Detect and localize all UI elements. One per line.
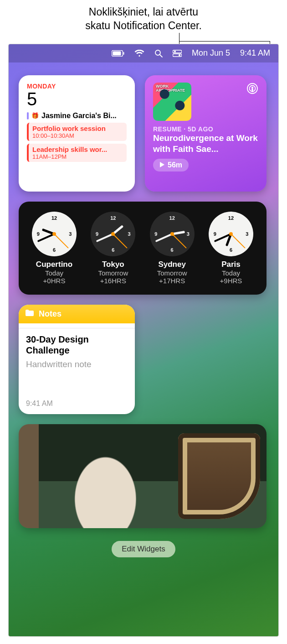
clock-offset: +9HRS (205, 277, 257, 285)
svg-rect-2 (123, 52, 124, 55)
svg-point-8 (179, 54, 180, 56)
svg-point-11 (251, 87, 253, 88)
svg-rect-1 (113, 51, 121, 55)
podcast-play-button[interactable]: 56m (153, 159, 189, 171)
svg-point-6 (174, 51, 176, 52)
menubar-time[interactable]: 9:41 AM (240, 48, 270, 58)
podcasts-app-icon (246, 83, 258, 96)
calendar-event-0[interactable]: Portfolio work session 10:00–10:30AM (27, 123, 127, 141)
birthday-name: Jasmine Garcia's Bi... (41, 112, 117, 120)
control-center-icon[interactable] (173, 50, 182, 57)
calendar-event-time: 10:00–10:30AM (32, 132, 123, 139)
podcast-artwork-label: WORK APPROPRIATE (156, 84, 191, 93)
clock-city-name: Cupertino (28, 260, 81, 269)
clock-face: 12369 (91, 212, 135, 256)
notes-folder-icon (25, 309, 34, 319)
edit-widgets-button[interactable]: Edit Widgets (112, 541, 175, 557)
annotation-caption: Noklikšķiniet, lai atvērtu skatu Notific… (0, 0, 287, 36)
notes-app-label: Notes (39, 309, 62, 319)
clock-city-name: Tokyo (87, 260, 139, 269)
podcast-meta: RESUME · 5D AGO (153, 125, 258, 133)
menubar: Mon Jun 5 9:41 AM (9, 44, 278, 62)
clock-city-name: Paris (205, 260, 257, 269)
clock-offset: +16HRS (87, 277, 139, 285)
calendar-event-1[interactable]: Leadership skills wor... 11AM–12PM (27, 144, 127, 162)
spotlight-search-icon[interactable] (154, 49, 163, 57)
clock-city-name: Sydney (146, 260, 199, 269)
notes-title: 30-Day Design Challenge (26, 334, 128, 356)
svg-point-3 (155, 50, 160, 55)
clock-offset: +17HRS (146, 277, 199, 285)
wifi-icon[interactable] (134, 50, 144, 57)
calendar-event-title: Portfolio work session (32, 125, 123, 132)
notes-rule-line (19, 328, 135, 328)
svg-line-4 (160, 55, 162, 57)
clock-day-label: Today (28, 269, 81, 277)
podcast-artwork: WORK APPROPRIATE (153, 83, 191, 121)
birthday-icon: 🎁 (31, 112, 39, 119)
clock-day-label: Tomorrow (146, 269, 199, 277)
annotation-callout (0, 36, 287, 42)
clock-cupertino: 12369CupertinoToday+0HRS (28, 212, 81, 285)
clock-face: 12369 (32, 212, 77, 256)
podcast-title: Neurodivergence at Work with Faith Sae..… (153, 133, 258, 155)
birthday-accent-bar (27, 112, 29, 119)
notes-subtitle: Handwritten note (26, 359, 128, 369)
clock-tokyo: 12369TokyoTomorrow+16HRS (87, 212, 139, 285)
world-clock-widget[interactable]: 12369CupertinoToday+0HRS12369TokyoTomorr… (19, 202, 266, 295)
podcast-widget[interactable]: WORK APPROPRIATE RESUME · 5D AGO Neurodi… (145, 75, 266, 192)
play-icon (159, 161, 165, 169)
clock-paris: 12369ParisToday+9HRS (205, 212, 257, 285)
calendar-day-number: 5 (27, 90, 127, 108)
podcast-duration: 56m (168, 161, 182, 169)
clock-day-label: Today (205, 269, 257, 277)
clock-sydney: 12369SydneyTomorrow+17HRS (146, 212, 199, 285)
notes-widget[interactable]: Notes 30-Day Design Challenge Handwritte… (19, 305, 135, 414)
notification-center-screen: Mon Jun 5 9:41 AM MONDAY 5 🎁 Jasmine Gar… (8, 44, 279, 637)
calendar-widget[interactable]: MONDAY 5 🎁 Jasmine Garcia's Bi... Portfo… (19, 75, 135, 192)
menubar-date[interactable]: Mon Jun 5 (192, 48, 230, 58)
photos-widget[interactable] (19, 424, 266, 528)
calendar-event-time: 11AM–12PM (32, 153, 123, 160)
clock-face: 12369 (150, 212, 195, 256)
clock-day-label: Tomorrow (87, 269, 139, 277)
calendar-day-of-week: MONDAY (27, 83, 127, 90)
clock-offset: +0HRS (28, 277, 81, 285)
battery-icon[interactable] (112, 50, 124, 57)
calendar-event-title: Leadership skills wor... (32, 145, 123, 153)
clock-face: 12369 (209, 212, 253, 256)
notes-time: 9:41 AM (26, 400, 53, 408)
